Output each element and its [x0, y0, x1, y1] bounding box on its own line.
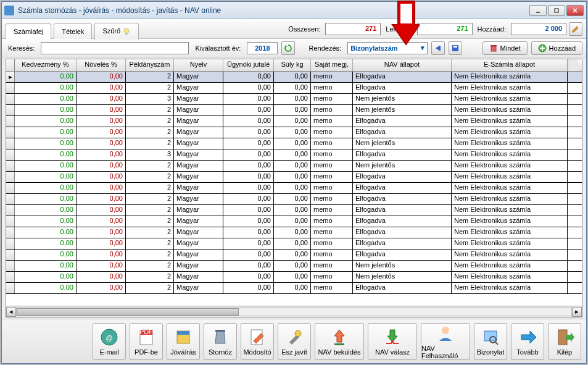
- table-row[interactable]: 0,000,002Magyar0,000,00memoElfogadvaNem …: [6, 194, 582, 205]
- row-handle[interactable]: [6, 161, 15, 171]
- table-row[interactable]: 0,000,003Magyar0,000,00memoNem jelentősN…: [6, 94, 582, 105]
- cell-navallapot: Elfogadva: [353, 72, 452, 82]
- email-button[interactable]: @E-mail: [93, 323, 126, 360]
- nav-save-icon-button[interactable]: [449, 41, 462, 55]
- col-ugynoki[interactable]: Ügynöki jutalé: [223, 59, 274, 71]
- row-handle[interactable]: [6, 105, 15, 115]
- row-handle[interactable]: [6, 149, 15, 160]
- kivalasztott-ev-label: Kiválasztott év:: [195, 44, 241, 52]
- table-row[interactable]: 0,000,002Magyar0,000,00memoNem jelentősN…: [6, 105, 582, 116]
- table-row[interactable]: 0,000,002Magyar0,000,00memoElfogadvaNem …: [6, 127, 582, 138]
- row-handle[interactable]: [6, 127, 15, 138]
- cell-kedvezmeny: 0,00: [15, 105, 77, 115]
- table-row[interactable]: 0,000,002Magyar0,000,00memoElfogadvaNem …: [6, 238, 582, 250]
- row-handle[interactable]: [6, 205, 15, 216]
- cell-kedvezmeny: 0,00: [15, 161, 77, 171]
- tab-szuro[interactable]: Szűrő: [94, 23, 139, 40]
- table-row[interactable]: 0,000,002Magyar0,000,00memoElfogadvaNem …: [6, 116, 582, 127]
- col-kedvezmeny[interactable]: Kedvezmény %: [15, 59, 77, 71]
- modosito-button[interactable]: Módosító: [241, 323, 274, 360]
- table-row[interactable]: 0,000,002Magyar0,000,00memoElfogadvaNem …: [6, 172, 582, 183]
- row-handle[interactable]: [6, 194, 15, 204]
- row-handle[interactable]: [6, 183, 15, 193]
- cell-navallapot: Elfogadva: [353, 250, 452, 260]
- table-row[interactable]: 0,000,002Magyar0,000,00memoElfogadvaNem …: [6, 183, 582, 194]
- table-row[interactable]: 0,000,002Magyar0,000,00memoElfogadvaNem …: [6, 250, 582, 261]
- row-handle[interactable]: [6, 172, 15, 182]
- mindet-button[interactable]: Mindet: [482, 41, 528, 55]
- row-handle[interactable]: [6, 283, 15, 293]
- col-suly[interactable]: Súly kg: [274, 59, 311, 71]
- row-handle[interactable]: [6, 250, 15, 260]
- table-row[interactable]: 0,000,002Magyar0,000,00memoNem jelentősN…: [6, 261, 582, 272]
- tab-szamlafej[interactable]: Számlafej: [6, 23, 51, 39]
- scrollbar-thumb[interactable]: [17, 308, 239, 316]
- row-handle[interactable]: [6, 94, 15, 104]
- table-row[interactable]: 0,000,002Magyar0,000,00memoNem jelentősN…: [6, 161, 582, 172]
- bulb-icon: [122, 27, 131, 36]
- jovairas-button[interactable]: Jóváírás: [167, 323, 200, 360]
- navfelhasznalo-button[interactable]: NAV Felhasználó: [421, 323, 470, 360]
- cell-jutalek: 0,00: [223, 172, 274, 182]
- cell-jutalek: 0,00: [223, 227, 274, 238]
- table-row[interactable]: 0,000,002Magyar0,000,00memoElfogadvaNem …: [6, 216, 582, 227]
- col-nyelv[interactable]: Nyelv: [174, 59, 223, 71]
- grid-body[interactable]: ▸0,000,002Magyar0,000,00memoElfogadvaNem…: [6, 72, 582, 306]
- row-handle[interactable]: [6, 261, 15, 271]
- scrollbar-track[interactable]: [16, 308, 572, 316]
- stornoz-button[interactable]: Stornóz: [204, 323, 237, 360]
- email-icon: @: [99, 327, 119, 347]
- table-row[interactable]: 0,000,003Magyar0,000,00memoElfogadvaNem …: [6, 149, 582, 161]
- cell-noveles: 0,00: [77, 250, 126, 260]
- scroll-right-icon[interactable]: ▸: [572, 307, 582, 317]
- cell-nyelv: Magyar: [174, 138, 223, 149]
- cell-eszamla: Nem Elektronikus számla: [452, 105, 568, 115]
- col-noveles[interactable]: Növelés %: [77, 59, 126, 71]
- year-input[interactable]: [247, 42, 278, 54]
- eszjavit-button[interactable]: Esz javít: [278, 323, 311, 360]
- row-handle[interactable]: [6, 138, 15, 149]
- col-navallapot[interactable]: NAV állapot: [353, 59, 452, 71]
- col-eszamla[interactable]: E-Számla állapot: [452, 59, 568, 71]
- search-input[interactable]: [41, 42, 189, 54]
- col-sajatmegj[interactable]: Saját megj.: [311, 59, 353, 71]
- bizonylat-button[interactable]: Bizonylat: [474, 323, 507, 360]
- cell-eszamla: Nem Elektronikus számla: [452, 227, 568, 238]
- row-handle[interactable]: [6, 272, 15, 282]
- table-row[interactable]: 0,000,002Magyar0,000,00memoElfogadvaNem …: [6, 205, 582, 216]
- row-handle[interactable]: [6, 238, 15, 249]
- tab-tetelek[interactable]: Tételek: [54, 23, 92, 39]
- maximize-button[interactable]: [548, 5, 565, 16]
- row-handle[interactable]: [6, 216, 15, 227]
- row-handle[interactable]: [6, 116, 15, 127]
- row-handle-header: [6, 59, 15, 71]
- refresh-icon-button[interactable]: [281, 41, 295, 55]
- pdfbe-button[interactable]: PDFPDF-be: [130, 323, 163, 360]
- navbekuldes-button[interactable]: NAV beküldés: [315, 323, 364, 360]
- table-row[interactable]: 0,000,002Magyar0,000,00memoNem jelentősN…: [6, 138, 582, 149]
- row-handle[interactable]: [6, 227, 15, 238]
- kilep-button[interactable]: Kilép: [548, 323, 581, 360]
- scroll-left-icon[interactable]: ◂: [6, 307, 16, 317]
- hozzaad-value[interactable]: 2 000: [511, 23, 566, 35]
- row-handle[interactable]: ▸: [6, 72, 15, 82]
- close-button[interactable]: [566, 5, 584, 16]
- cell-suly: 0,00: [274, 149, 311, 160]
- navvalasz-button[interactable]: NAV válasz: [368, 323, 417, 360]
- table-row[interactable]: 0,000,002Magyar0,000,00memoElfogadvaNem …: [6, 83, 582, 94]
- edit-icon-button[interactable]: [569, 22, 582, 36]
- table-row[interactable]: 0,000,002Magyar0,000,00memoElfogadvaNem …: [6, 227, 582, 238]
- row-handle[interactable]: [6, 83, 15, 93]
- hozzaad-button[interactable]: Hozzáad: [531, 41, 582, 55]
- table-row[interactable]: ▸0,000,002Magyar0,000,00memoElfogadvaNem…: [6, 72, 582, 83]
- cell-eszamla: Nem Elektronikus számla: [452, 205, 568, 216]
- sort-select[interactable]: Bizonylatszám ▾: [347, 42, 428, 54]
- hozzaad-label: Hozzáad:: [478, 25, 506, 33]
- col-peldanyszam[interactable]: Példányszám: [126, 59, 174, 71]
- tovabb-button[interactable]: Tovább: [511, 323, 544, 360]
- minimize-button[interactable]: [529, 5, 547, 16]
- table-row[interactable]: 0,000,002Magyar0,000,00memoNem jelentősN…: [6, 272, 582, 283]
- table-row[interactable]: 0,000,002Magyar0,000,00memoElfogadvaNem …: [6, 283, 582, 294]
- nav-first-icon-button[interactable]: [431, 41, 445, 55]
- horizontal-scrollbar[interactable]: ◂ ▸: [6, 306, 582, 317]
